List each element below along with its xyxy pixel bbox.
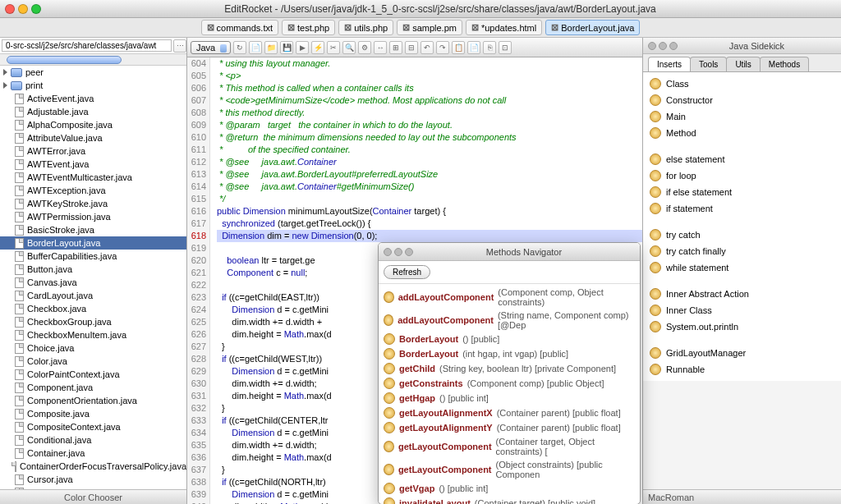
sidekick-tab[interactable]: Inserts [648, 57, 691, 71]
tree-file[interactable]: Button.java [0, 263, 186, 276]
tree-file[interactable]: AWTEvent.java [0, 158, 186, 171]
tool-icon[interactable]: 📄 [467, 41, 480, 54]
tool-icon[interactable]: 📄 [249, 41, 262, 54]
close-tab-icon[interactable]: ⊠ [471, 22, 479, 33]
horizontal-scrollbar[interactable] [0, 54, 186, 66]
close-tab-icon[interactable]: ⊠ [287, 22, 295, 33]
tree-file[interactable]: CompositeContext.java [0, 420, 186, 433]
close-icon[interactable] [384, 248, 392, 256]
methods-navigator-window[interactable]: Methods Navigator Refresh addLayoutCompo… [378, 242, 641, 504]
color-chooser-tab[interactable]: Color Chooser [0, 489, 186, 504]
tool-icon[interactable]: ⊡ [499, 41, 512, 54]
navigator-titlebar[interactable]: Methods Navigator [379, 243, 640, 261]
tool-icon[interactable]: ↶ [420, 41, 434, 54]
tool-icon[interactable]: ⚡ [311, 41, 324, 54]
sidekick-item[interactable]: GridLayoutManager [646, 346, 838, 360]
navigator-method[interactable]: addLayoutComponent(Component comp, Objec… [382, 286, 636, 309]
tool-icon[interactable]: ▶ [296, 41, 309, 54]
tree-file[interactable]: Adjustable.java [0, 105, 186, 118]
sidekick-tab[interactable]: Tools [690, 57, 727, 71]
disclosure-icon[interactable] [3, 69, 7, 76]
sidekick-item[interactable]: try catch [646, 228, 838, 241]
tree-file[interactable]: Canvas.java [0, 276, 186, 289]
sidekick-item[interactable]: Inner Class [646, 304, 838, 317]
language-selector[interactable]: Java [191, 41, 231, 54]
tree-file[interactable]: BufferCapabilities.java [0, 250, 186, 263]
tree-file[interactable]: ColorPaintContext.java [0, 368, 186, 381]
sidekick-item[interactable]: Runnable [646, 363, 838, 376]
close-icon[interactable] [648, 42, 656, 50]
tree-file[interactable]: CardLayout.java [0, 289, 186, 302]
tree-file[interactable]: Container.java [0, 447, 186, 460]
tree-file[interactable]: ComponentOrientation.java [0, 394, 186, 407]
tree-file[interactable]: ActiveEvent.java [0, 92, 186, 105]
tree-file[interactable]: AttributeValue.java [0, 131, 186, 144]
tree-file[interactable]: BasicStroke.java [0, 223, 186, 236]
minimize-icon[interactable] [18, 4, 28, 14]
tree-folder[interactable]: print [0, 79, 186, 92]
refresh-button[interactable]: Refresh [384, 265, 430, 279]
minimize-icon[interactable] [659, 42, 667, 50]
tool-icon[interactable]: ↷ [436, 41, 449, 54]
path-input[interactable]: 0-src-scsl/j2se/src/share/classes/java/a… [2, 39, 172, 52]
sidekick-item[interactable]: while statement [646, 261, 838, 274]
sidekick-item[interactable]: Main [646, 110, 838, 123]
tool-icon[interactable]: ↻ [233, 41, 246, 54]
sidekick-item[interactable]: if else statement [646, 186, 838, 199]
zoom-icon[interactable] [31, 4, 41, 14]
zoom-icon[interactable] [669, 42, 678, 50]
file-tab[interactable]: ⊠BorderLayout.java [545, 20, 640, 35]
tree-file[interactable]: Choice.java [0, 341, 186, 355]
file-tab[interactable]: ⊠commands.txt [201, 20, 278, 35]
tool-icon[interactable]: ✂ [327, 41, 340, 54]
navigator-method[interactable]: BorderLayout(int hgap, int vgap) [public… [382, 346, 636, 361]
navigator-method[interactable]: getLayoutAlignmentX(Container parent) [p… [382, 405, 636, 420]
tree-folder[interactable]: peer [0, 66, 186, 79]
close-tab-icon[interactable]: ⊠ [344, 22, 352, 33]
tree-file[interactable]: AWTError.java [0, 144, 186, 158]
file-tab[interactable]: ⊠*updates.html [466, 20, 542, 35]
tree-file[interactable]: Component.java [0, 381, 186, 394]
navigator-method[interactable]: getConstraints(Component comp) [public O… [382, 376, 636, 391]
sidekick-tab[interactable]: Methods [760, 57, 809, 71]
tree-file[interactable]: Checkbox.java [0, 302, 186, 315]
tree-file[interactable]: Conditional.java [0, 433, 186, 447]
sidekick-item[interactable]: else statement [646, 153, 838, 166]
tree-file[interactable]: ContainerOrderFocusTraversalPolicy.java [0, 460, 186, 473]
tool-icon[interactable]: 📁 [264, 41, 278, 54]
close-icon[interactable] [5, 4, 15, 14]
sidekick-item[interactable]: Class [646, 77, 838, 90]
tree-file[interactable]: BorderLayout.java [0, 236, 186, 250]
navigator-method[interactable]: addLayoutComponent(String name, Componen… [382, 309, 636, 332]
sidekick-item[interactable]: System.out.println [646, 320, 838, 333]
sidekick-item[interactable]: if statement [646, 202, 838, 215]
sidekick-tab[interactable]: Utils [726, 57, 760, 71]
sidekick-item[interactable]: Method [646, 126, 838, 140]
tool-icon[interactable]: ⊞ [389, 41, 402, 54]
tree-file[interactable]: CheckboxMenuItem.java [0, 328, 186, 341]
tree-file[interactable]: Composite.java [0, 407, 186, 420]
navigator-method[interactable]: getLayoutComponent(Container target, Obj… [382, 435, 636, 458]
close-tab-icon[interactable]: ⊠ [402, 22, 410, 33]
sidekick-item[interactable]: Inner Abstract Action [646, 287, 838, 300]
sidekick-item[interactable]: try catch finally [646, 245, 838, 258]
file-tab[interactable]: ⊠test.php [282, 20, 335, 35]
close-tab-icon[interactable]: ⊠ [551, 22, 558, 33]
tool-icon[interactable]: ⊟ [405, 41, 418, 54]
navigator-method[interactable]: getHgap() [public int] [382, 391, 636, 405]
navigator-list[interactable]: addLayoutComponent(Component comp, Objec… [379, 284, 640, 504]
tool-icon[interactable]: ⎘ [483, 41, 496, 54]
tree-file[interactable]: AWTException.java [0, 184, 186, 197]
sidekick-item[interactable]: for loop [646, 169, 838, 182]
file-tab[interactable]: ⊠sample.pm [397, 20, 462, 35]
tool-icon[interactable]: ↔ [374, 41, 387, 54]
file-tree[interactable]: peerprintActiveEvent.javaAdjustable.java… [0, 66, 186, 489]
tool-icon[interactable]: ⚙ [358, 41, 371, 54]
tree-file[interactable]: AlphaComposite.java [0, 118, 186, 131]
tree-file[interactable]: Cursor.java [0, 473, 186, 486]
tool-icon[interactable]: 📋 [452, 41, 465, 54]
tool-icon[interactable]: 💾 [280, 41, 293, 54]
tool-icon[interactable]: 🔍 [342, 41, 356, 54]
tree-file[interactable]: Color.java [0, 355, 186, 368]
navigator-method[interactable]: getLayoutComponent(Object constraints) [… [382, 458, 636, 481]
